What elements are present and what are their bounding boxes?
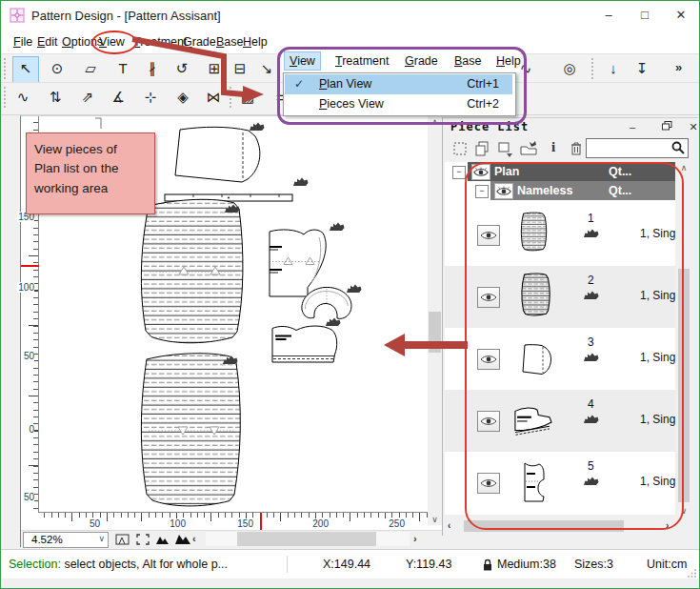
select-tool-button[interactable]: ↖ — [12, 56, 39, 83]
toolbar-grip — [4, 87, 9, 108]
maximize-button[interactable]: □ — [627, 1, 663, 29]
status-selection-label: Selection: — [9, 558, 61, 571]
restore-icon — [662, 121, 672, 131]
piece-skirt-upper[interactable] — [141, 199, 243, 342]
annotation-callout: View pieces of Plan list on the working … — [26, 132, 155, 214]
callout-line: View pieces of — [34, 140, 147, 159]
annotation-left-arrow — [382, 331, 470, 359]
zoom-level-value: 4.52% — [31, 534, 63, 545]
menu-edit[interactable]: Edit — [34, 33, 61, 51]
copy-icon[interactable] — [472, 139, 491, 158]
cursor-y-marker — [21, 265, 39, 267]
callout-line: Plan list on the — [34, 159, 147, 178]
ruler-tool-button[interactable]: ▱ — [78, 56, 103, 81]
minimize-button[interactable]: – — [590, 1, 627, 29]
horizontal-ruler: 50 100 150 200 250 — [38, 512, 428, 530]
flip-vertical-tool-button[interactable]: ⇅ — [43, 85, 68, 110]
status-sizes-count: Sizes:3 — [574, 558, 613, 571]
app-icon — [10, 8, 25, 23]
panel-close-button[interactable]: ✕ — [683, 119, 700, 134]
scroll-left-icon[interactable]: ‹ — [192, 533, 196, 544]
status-size-medium[interactable]: Medium:38 — [497, 558, 556, 571]
status-separator — [287, 556, 288, 573]
vruler-label: 50 — [23, 351, 34, 361]
piece-flag-icon — [347, 285, 362, 294]
smooth-curve-tool-button[interactable]: ∿ — [10, 85, 35, 110]
scroll-down-icon[interactable]: ∨ — [428, 515, 442, 524]
align-down-tool-button[interactable]: ↓ — [601, 56, 626, 81]
canvas-bottom-bar: 4.52% ∨ ‹ › — [21, 530, 442, 548]
frame-view-icon[interactable] — [114, 532, 131, 547]
scrollbar-thumb[interactable] — [237, 532, 376, 546]
fit-screen-icon[interactable] — [134, 532, 151, 547]
status-selection-text: select objects, Alt for whole p... — [64, 558, 228, 571]
hruler-label: 150 — [230, 518, 253, 529]
hruler-label: 100 — [163, 518, 186, 529]
close-button[interactable]: ✕ — [663, 1, 699, 29]
window-bottom-strip — [1, 579, 699, 588]
piece-flag-icon — [326, 318, 341, 327]
piece-collar[interactable] — [302, 287, 351, 318]
menu-file[interactable]: File — [10, 33, 35, 51]
annotation-piece-list-frame — [465, 162, 684, 530]
snap-down-tool-button[interactable]: ↧ — [630, 56, 654, 81]
panel-minimize-button[interactable]: – — [622, 119, 643, 134]
piece-search-input[interactable] — [589, 140, 672, 156]
status-bar: Selection: select objects, Alt for whole… — [1, 549, 699, 579]
piece-skirt-lower[interactable] — [141, 354, 240, 506]
annotation-purple-frame — [277, 47, 527, 125]
hruler-label: 200 — [306, 518, 329, 529]
window-title: Pattern Design - [Pattern Assisant] — [31, 9, 221, 23]
piece-search-box[interactable] — [586, 138, 689, 158]
title-bar: Pattern Design - [Pattern Assisant] – □ … — [1, 1, 699, 30]
status-y-coordinate: Y:119.43 — [406, 558, 451, 571]
vruler-label: 0 — [28, 424, 34, 435]
resize-grip[interactable] — [688, 568, 697, 578]
hruler-label: 50 — [77, 518, 100, 529]
toolbar-overflow-button[interactable]: » — [675, 60, 682, 74]
canvas-origin-tick — [95, 118, 101, 129]
marquee-select-icon[interactable] — [450, 139, 470, 158]
target-tool-button[interactable]: ◎ — [557, 56, 582, 81]
annotation-elbow-arrow — [125, 33, 277, 106]
callout-line: working area — [34, 179, 147, 198]
toolbar-grip — [4, 58, 9, 79]
move-to-plan-icon[interactable] — [519, 139, 538, 158]
info-icon[interactable]: i — [544, 139, 563, 158]
cursor-x-marker — [260, 513, 262, 530]
panel-restore-button[interactable] — [656, 119, 677, 134]
vruler-label: 50 — [23, 492, 34, 502]
vruler-label: 100 — [17, 282, 34, 293]
zoom-level-combobox[interactable]: 4.52% ∨ — [23, 532, 109, 548]
hruler-label: 250 — [382, 518, 405, 529]
toolbar-separator — [591, 58, 596, 79]
piece-flag-icon — [293, 178, 309, 187]
piece-flag-icon — [250, 123, 265, 132]
piece-bodice-front[interactable] — [272, 326, 337, 362]
piece-sleeve-cap[interactable] — [175, 127, 260, 182]
app-window: Pattern Design - [Pattern Assisant] – □ … — [0, 0, 700, 589]
scroll-right-icon[interactable]: › — [413, 533, 417, 544]
status-unit: Unit:cm — [647, 558, 687, 571]
canvas-horizontal-scrollbar[interactable] — [206, 532, 410, 546]
next-view-icon[interactable] — [174, 532, 191, 547]
lock-icon — [482, 559, 493, 572]
collapse-toggle[interactable]: − — [452, 166, 466, 179]
zoom-tool-button[interactable]: ⊙ — [45, 56, 70, 81]
search-icon — [670, 140, 686, 155]
piece-flag-icon — [330, 223, 345, 232]
scroll-left-icon[interactable]: ‹ — [448, 520, 450, 531]
piece-bodice-back[interactable] — [270, 230, 326, 296]
copy-options-icon[interactable] — [495, 139, 514, 158]
delete-icon[interactable] — [567, 139, 586, 158]
canvas-vertical-scrollbar[interactable]: ∧ ∨ — [428, 116, 442, 525]
chevron-down-icon[interactable]: ∨ — [98, 534, 105, 543]
status-x-coordinate: X:149.44 — [323, 558, 370, 571]
prev-view-icon[interactable] — [154, 532, 171, 547]
diagonal-move-tool-button[interactable]: ⇗ — [75, 85, 100, 110]
